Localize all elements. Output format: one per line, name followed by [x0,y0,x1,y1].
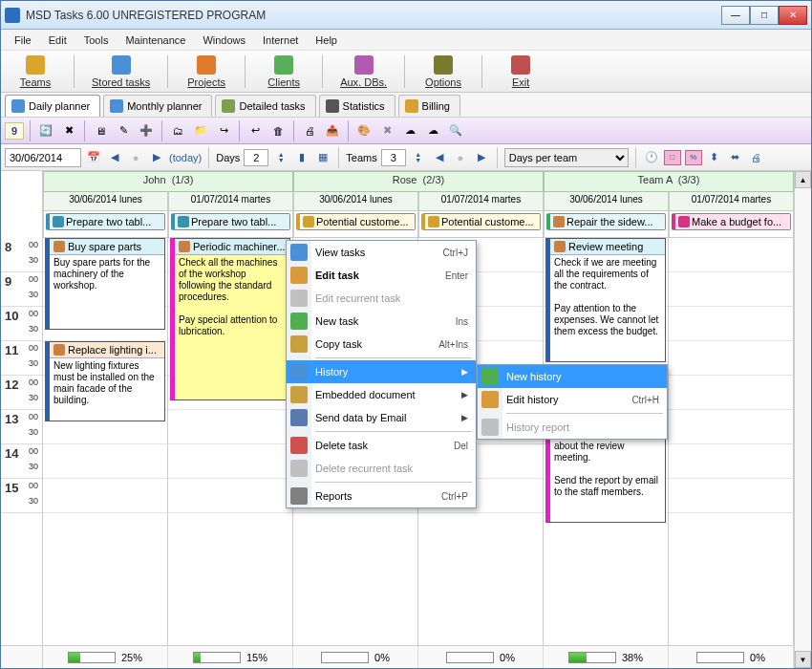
scroll-down-icon[interactable]: ▼ [795,651,811,668]
menu-edit[interactable]: Edit [41,32,75,48]
tab-detailed-tasks[interactable]: Detailed tasks [215,95,315,117]
day-column[interactable]: Periodic machiner...Check all the machin… [168,238,293,645]
day-column[interactable]: Buy spare partsBuy spare parts for the m… [43,238,168,645]
team-header-rose[interactable]: Rose (2/3) [293,171,544,192]
calendar-event[interactable]: Replace lighting i...New lighting fixtur… [45,341,165,421]
day-header[interactable]: 01/07/2014 martes [669,192,794,211]
cloud-icon[interactable]: ☁ [400,121,419,140]
team-prev-icon[interactable]: ◀ [431,149,448,166]
cloud2-icon[interactable]: ☁ [423,121,442,140]
menu-maintenance[interactable]: Maintenance [118,32,193,48]
day-column[interactable]: Review meetingCheck if we are meeting al… [544,238,669,645]
toolbar-aux-dbs-[interactable]: Aux. DBs. [332,54,395,90]
teams-spinner[interactable] [381,149,406,166]
cards-icon[interactable]: 🗂 [168,121,187,140]
delete-icon[interactable]: 🗑 [268,121,288,140]
stop-icon[interactable]: ● [127,149,144,166]
next-arrow-icon[interactable]: ▶ [148,149,165,166]
menu-tools[interactable]: Tools [76,32,117,48]
toolbar-teams[interactable]: Teams [7,54,64,90]
day-column[interactable] [669,238,794,645]
search-icon[interactable]: 🔍 [446,121,465,140]
date-input[interactable] [5,148,81,167]
menu-item-history[interactable]: History▶ [287,360,476,383]
layout-v-icon[interactable]: ⬌ [727,149,744,166]
print2-icon[interactable]: 🖨 [748,149,765,166]
add-icon[interactable]: ➕ [137,121,156,140]
allday-task[interactable]: Prepare two tabl... [171,213,290,230]
menu-item-delete-task[interactable]: Delete taskDel [287,434,476,457]
folder-icon[interactable]: 📁 [191,121,210,140]
door-out-icon[interactable]: ↪ [214,121,233,140]
allday-task[interactable]: Potential custome... [296,213,416,230]
spin-up2-icon[interactable]: ▲▼ [410,149,427,166]
day-header[interactable]: 01/07/2014 martes [418,192,544,211]
pink-btn1-icon[interactable]: □ [664,150,681,165]
history-submenu[interactable]: New historyEdit historyCtrl+HHistory rep… [477,364,668,440]
toolbar-options[interactable]: Options [415,54,472,90]
allday-task[interactable]: Prepare two tabl... [46,213,165,230]
palette-icon[interactable]: 🎨 [354,121,374,140]
layout-h-icon[interactable]: ⬍ [706,149,723,166]
menu-item-send-data-by-email[interactable]: Send data by Email▶ [287,406,476,429]
menu-item-new-history[interactable]: New history [478,365,667,388]
menu-windows[interactable]: Windows [195,32,253,48]
team-next-icon[interactable]: ▶ [473,149,490,166]
mode-select[interactable]: Days per team [504,148,629,167]
prev-arrow-icon[interactable]: ◀ [106,149,123,166]
tab-statistics[interactable]: Statistics [319,95,395,117]
spin-up-icon[interactable]: ▲▼ [272,149,289,166]
door-in-icon[interactable]: ↩ [246,121,265,140]
vertical-scrollbar[interactable]: ▲ ▼ [794,171,811,668]
refresh-icon[interactable]: 🔄 [36,121,55,140]
menu-internet[interactable]: Internet [255,32,306,48]
calendar-event[interactable]: Buy spare partsBuy spare parts for the m… [45,238,165,330]
tab-monthly-planner[interactable]: Monthly planner [103,95,212,117]
close-button[interactable]: ✕ [779,6,807,25]
context-menu[interactable]: View tasksCtrl+JEdit taskEnterEdit recur… [286,240,477,508]
minimize-button[interactable]: — [721,6,750,25]
menu-item-copy-task[interactable]: Copy taskAlt+Ins [287,333,476,356]
calendar-icon[interactable]: 📅 [85,149,102,166]
toolbar-projects[interactable]: Projects [178,54,235,90]
day-header[interactable]: 30/06/2014 lunes [43,192,168,211]
calendar-event[interactable]: Periodic machiner...Check all the machin… [170,238,290,400]
pink-btn2-icon[interactable]: % [685,150,702,165]
tab-daily-planner[interactable]: Daily planner [5,95,100,117]
single-day-icon[interactable]: ▮ [293,149,310,166]
days-spinner[interactable] [244,149,268,166]
today-link[interactable]: (today) [169,152,202,163]
menu-help[interactable]: Help [308,32,345,48]
day-header[interactable]: 01/07/2014 martes [168,192,293,211]
team-header-john[interactable]: John (1/3) [43,171,293,192]
calendar-event[interactable]: Review meetingCheck if we are meeting al… [545,238,666,362]
day-header[interactable]: 30/06/2014 lunes [544,192,669,211]
menu-item-reports[interactable]: ReportsCtrl+P [287,485,476,507]
toolbar-clients[interactable]: Clients [255,54,312,90]
maximize-button[interactable]: □ [750,6,779,25]
toolbar-exit[interactable]: Exit [492,54,549,90]
allday-task[interactable]: Repair the sidew... [546,213,666,230]
tab-billing[interactable]: Billing [398,95,460,117]
clear-icon[interactable]: ✖ [59,121,78,140]
menu-item-embedded-document[interactable]: Embedded document▶ [287,383,476,406]
edit-icon[interactable]: ✎ [114,121,133,140]
menu-icon [481,391,499,408]
screen-icon[interactable]: 🖥 [91,121,110,140]
menu-file[interactable]: File [7,32,39,48]
scroll-up-icon[interactable]: ▲ [795,171,811,188]
allday-task[interactable]: Potential custome... [421,213,541,230]
toolbar-stored-tasks[interactable]: Stored tasks [84,54,158,90]
menu-item-view-tasks[interactable]: View tasksCtrl+J [287,241,476,264]
allday-task[interactable]: Make a budget fo... [672,213,791,230]
menu-item-edit-task[interactable]: Edit taskEnter [287,264,476,287]
export-icon[interactable]: 📤 [323,121,342,140]
day-header[interactable]: 30/06/2014 lunes [293,192,418,211]
menu-item-edit-history[interactable]: Edit historyCtrl+H [478,388,667,411]
team-header-teama[interactable]: Team A (3/3) [544,171,794,192]
clock-icon[interactable]: 🕐 [643,149,660,166]
grid-icon[interactable]: ▦ [314,149,331,166]
print-icon[interactable]: 🖨 [300,121,319,140]
team-stop-icon[interactable]: ● [452,149,469,166]
menu-item-new-task[interactable]: New taskIns [287,310,476,333]
